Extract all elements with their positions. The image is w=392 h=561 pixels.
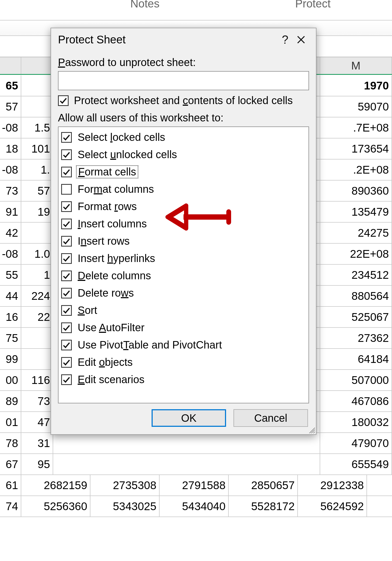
table-cell[interactable]: 42 bbox=[0, 223, 21, 243]
permission-checkbox[interactable] bbox=[61, 288, 72, 298]
permission-checkbox[interactable] bbox=[61, 322, 72, 333]
table-cell[interactable]: 2850657 bbox=[229, 475, 298, 496]
table-cell[interactable]: .2E+08 bbox=[320, 159, 392, 180]
table-cell[interactable]: 65 bbox=[0, 75, 21, 96]
permission-edit-objects[interactable]: Edit objects bbox=[61, 354, 306, 371]
password-input[interactable] bbox=[58, 71, 309, 90]
permission-format-cells[interactable]: Format cells bbox=[61, 163, 306, 181]
permission-select-locked-cells[interactable]: Select locked cells bbox=[61, 129, 306, 146]
permission-insert-rows[interactable]: Insert rows bbox=[61, 232, 306, 250]
table-cell[interactable]: 2791588 bbox=[160, 475, 229, 496]
table-cell[interactable]: 16 bbox=[0, 307, 21, 327]
table-cell[interactable] bbox=[21, 96, 53, 117]
table-cell[interactable]: .7E+08 bbox=[320, 117, 392, 138]
permission-checkbox[interactable] bbox=[61, 357, 72, 368]
table-cell[interactable]: 01 bbox=[0, 412, 21, 432]
table-cell[interactable]: 73 bbox=[21, 391, 53, 411]
permission-format-rows[interactable]: Format rows bbox=[61, 198, 306, 215]
table-cell[interactable]: 22 bbox=[21, 307, 53, 327]
resize-grip[interactable] bbox=[307, 426, 315, 433]
table-cell[interactable]: 5343025 bbox=[90, 496, 160, 517]
table-cell[interactable]: -08 bbox=[0, 159, 21, 180]
table-cell[interactable] bbox=[21, 349, 53, 369]
protect-contents-checkbox[interactable] bbox=[58, 95, 69, 106]
table-cell[interactable]: 5256360 bbox=[21, 496, 90, 517]
table-cell[interactable]: 2912338 bbox=[298, 475, 367, 496]
table-cell[interactable]: 95 bbox=[21, 454, 53, 474]
table-cell[interactable]: 19 bbox=[21, 202, 53, 222]
permission-format-columns[interactable]: Format columns bbox=[61, 181, 306, 198]
permission-delete-rows[interactable]: Delete rows bbox=[61, 284, 306, 302]
table-cell[interactable] bbox=[21, 75, 53, 96]
permission-checkbox[interactable] bbox=[61, 219, 72, 229]
table-cell[interactable]: 116 bbox=[21, 370, 53, 390]
permission-insert-hyperlinks[interactable]: Insert hyperlinks bbox=[61, 250, 306, 267]
permission-checkbox[interactable] bbox=[61, 184, 72, 195]
table-cell[interactable]: 479070 bbox=[320, 433, 392, 453]
table-cell[interactable]: 5434040 bbox=[160, 496, 229, 517]
table-cell[interactable]: 64184 bbox=[320, 349, 392, 369]
permission-checkbox[interactable] bbox=[61, 271, 72, 281]
table-cell[interactable] bbox=[53, 454, 320, 474]
table-cell[interactable]: 47 bbox=[21, 412, 53, 432]
table-cell[interactable]: 18 bbox=[0, 138, 21, 159]
ok-button[interactable]: OK bbox=[152, 409, 226, 427]
table-cell[interactable]: 890360 bbox=[320, 181, 392, 201]
permission-checkbox[interactable] bbox=[61, 201, 72, 212]
table-cell[interactable]: 99 bbox=[0, 349, 21, 369]
table-cell[interactable] bbox=[21, 328, 53, 348]
table-cell[interactable]: 78 bbox=[0, 433, 21, 453]
table-cell[interactable]: 2682159 bbox=[21, 475, 90, 496]
table-cell[interactable]: 74 bbox=[0, 496, 21, 517]
table-cell[interactable]: 5528172 bbox=[229, 496, 298, 517]
permission-use-autofilter[interactable]: Use AutoFilter bbox=[61, 319, 306, 336]
table-cell[interactable]: 1.5 bbox=[21, 117, 53, 138]
table-cell[interactable]: 880564 bbox=[320, 286, 392, 306]
permission-insert-columns[interactable]: Insert columns bbox=[61, 215, 306, 232]
table-cell[interactable]: 180032 bbox=[320, 412, 392, 432]
column-header-m[interactable]: M bbox=[320, 57, 392, 74]
permission-checkbox[interactable] bbox=[61, 149, 72, 160]
cancel-button[interactable]: Cancel bbox=[233, 409, 308, 427]
table-cell[interactable]: 1. bbox=[21, 159, 53, 180]
table-cell[interactable]: 234512 bbox=[320, 265, 392, 285]
table-cell[interactable]: 467086 bbox=[320, 391, 392, 411]
table-cell[interactable]: 1970 bbox=[320, 75, 392, 96]
permission-checkbox[interactable] bbox=[61, 374, 72, 385]
permission-checkbox[interactable] bbox=[61, 167, 72, 177]
table-cell[interactable]: 507000 bbox=[320, 370, 392, 390]
table-cell[interactable]: 91 bbox=[0, 202, 21, 222]
permission-checkbox[interactable] bbox=[61, 340, 72, 350]
table-cell[interactable]: 655549 bbox=[320, 454, 392, 474]
table-cell[interactable]: 57 bbox=[0, 96, 21, 117]
help-button[interactable]: ? bbox=[277, 33, 293, 46]
table-cell[interactable]: 55 bbox=[0, 265, 21, 285]
table-cell[interactable]: 57 bbox=[21, 181, 53, 201]
table-cell[interactable]: 1 bbox=[21, 265, 53, 285]
permission-use-pivottable-and-pivotchart[interactable]: Use PivotTable and PivotChart bbox=[61, 336, 306, 354]
table-cell[interactable]: -08 bbox=[0, 244, 21, 264]
permission-select-unlocked-cells[interactable]: Select unlocked cells bbox=[61, 146, 306, 163]
table-cell[interactable]: 31 bbox=[21, 433, 53, 453]
table-cell[interactable]: 00 bbox=[0, 370, 21, 390]
permission-checkbox[interactable] bbox=[61, 305, 72, 316]
table-cell[interactable]: 89 bbox=[0, 391, 21, 411]
permission-checkbox[interactable] bbox=[61, 132, 72, 143]
table-cell[interactable]: 173654 bbox=[320, 138, 392, 159]
table-cell[interactable]: 135479 bbox=[320, 202, 392, 222]
table-cell[interactable]: 73 bbox=[0, 181, 21, 201]
permission-sort[interactable]: Sort bbox=[61, 302, 306, 319]
table-cell[interactable]: 101 bbox=[21, 138, 53, 159]
table-cell[interactable]: 24275 bbox=[320, 223, 392, 243]
protect-contents-row[interactable]: Protect worksheet and contents of locked… bbox=[58, 95, 309, 107]
table-cell[interactable]: 2735308 bbox=[90, 475, 160, 496]
permission-checkbox[interactable] bbox=[61, 236, 72, 247]
table-cell[interactable]: 27362 bbox=[320, 328, 392, 348]
table-cell[interactable]: 525067 bbox=[320, 307, 392, 327]
table-cell[interactable] bbox=[21, 223, 53, 243]
permission-checkbox[interactable] bbox=[61, 253, 72, 264]
table-cell[interactable]: 61 bbox=[0, 475, 21, 496]
table-cell[interactable]: -08 bbox=[0, 117, 21, 138]
permission-edit-scenarios[interactable]: Edit scenarios bbox=[61, 371, 306, 388]
table-cell[interactable]: 5624592 bbox=[298, 496, 367, 517]
